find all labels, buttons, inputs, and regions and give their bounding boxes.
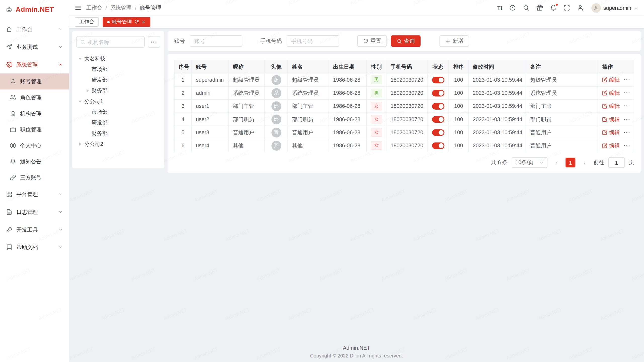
table-row: 2admin系统管理员系系统管理员1986-06-28男180200307201… xyxy=(174,86,634,100)
cell-status xyxy=(427,100,449,113)
edit-label: 编辑 xyxy=(609,116,620,123)
font-size-icon[interactable]: Tt xyxy=(497,5,502,11)
org-more-button[interactable]: ··· xyxy=(148,36,160,48)
caret-icon[interactable] xyxy=(78,99,82,103)
status-toggle[interactable] xyxy=(432,142,444,149)
more-actions-button[interactable]: ··· xyxy=(624,77,630,83)
cell-birthdate: 1986-06-28 xyxy=(329,126,367,139)
sidebar-item-business-test[interactable]: 业务测试 xyxy=(0,38,69,56)
col-phone: 手机号码 xyxy=(386,60,427,73)
sidebar-item-account-management[interactable]: 账号管理 xyxy=(0,73,69,89)
status-toggle[interactable] xyxy=(432,90,444,96)
more-actions-button[interactable]: ··· xyxy=(624,129,630,135)
edit-button[interactable]: 编辑 xyxy=(602,89,620,97)
gift-icon[interactable] xyxy=(536,5,543,11)
goto-label: 前往 xyxy=(593,159,604,166)
next-page-button[interactable] xyxy=(580,158,589,167)
cell-account: user4 xyxy=(192,139,229,152)
tree-node[interactable]: 财务部 xyxy=(76,85,160,96)
tree-node[interactable]: 研发部 xyxy=(76,117,160,128)
tab-label: 工作台 xyxy=(79,18,94,25)
tree-node[interactable]: 分公司1 xyxy=(76,96,160,107)
sidebar-item-help-docs[interactable]: 帮助文档 xyxy=(0,239,69,256)
edit-icon xyxy=(602,103,607,109)
close-icon[interactable] xyxy=(141,20,146,24)
tree-node[interactable]: 大名科技 xyxy=(76,53,160,64)
col-gender: 性别 xyxy=(367,60,386,73)
col-modified: 修改时间 xyxy=(468,60,526,73)
page-size-select[interactable]: 10条/页 xyxy=(512,157,547,168)
circle-dot-icon[interactable] xyxy=(509,5,516,11)
sidebar-item-system-management[interactable]: 系统管理 xyxy=(0,56,69,73)
cell-gender: 女 xyxy=(367,100,386,113)
sidebar-item-log-management[interactable]: 日志管理 xyxy=(0,203,69,221)
tree-node[interactable]: 研发部 xyxy=(76,75,160,85)
add-button[interactable]: 新增 xyxy=(439,35,469,47)
sidebar-item-workbench[interactable]: 工作台 xyxy=(0,21,69,38)
sidebar-item-dev-tools[interactable]: 开发工具 xyxy=(0,221,69,238)
sidebar-item-position-management[interactable]: 职位管理 xyxy=(0,121,69,138)
fullscreen-icon[interactable] xyxy=(564,5,570,11)
tab-active-dot xyxy=(107,21,110,23)
phone-input[interactable] xyxy=(287,35,339,47)
reset-button[interactable]: 重置 xyxy=(357,35,387,47)
edit-button[interactable]: 编辑 xyxy=(602,129,620,136)
link-icon xyxy=(10,174,16,180)
page-size-value: 10条/页 xyxy=(515,159,534,166)
tree-node-label: 研发部 xyxy=(92,119,108,126)
edit-icon xyxy=(602,117,607,122)
notification-bell-icon[interactable] xyxy=(550,5,556,11)
refresh-icon[interactable] xyxy=(134,20,139,24)
cell-phone: 18020030720 xyxy=(386,126,427,139)
sidebar-item-org-management[interactable]: 机构管理 xyxy=(0,106,69,122)
org-search-box xyxy=(76,36,145,48)
pagination: 共 6 条 10条/页 1 前往 xyxy=(174,157,634,168)
user-menu[interactable]: superadmin xyxy=(591,3,638,13)
right-column: 账号 手机号码 重置 查询 xyxy=(168,31,641,173)
tab-workbench[interactable]: 工作台 xyxy=(75,17,99,27)
pagination-total: 共 6 条 xyxy=(491,159,508,166)
cell-order: 100 xyxy=(449,113,468,126)
breadcrumb-system-management[interactable]: 系统管理 xyxy=(110,4,132,11)
tree-node[interactable]: 市场部 xyxy=(76,64,160,75)
tab-label: 账号管理 xyxy=(112,18,132,25)
search-icon xyxy=(397,38,402,44)
edit-button[interactable]: 编辑 xyxy=(602,102,620,110)
cell-order: 100 xyxy=(449,73,468,86)
status-toggle[interactable] xyxy=(432,103,444,109)
account-input[interactable] xyxy=(190,35,242,47)
sidebar-item-role-management[interactable]: 角色管理 xyxy=(0,89,69,106)
prev-page-button[interactable] xyxy=(552,158,561,167)
user-icon[interactable] xyxy=(577,5,584,11)
more-actions-button[interactable]: ··· xyxy=(624,116,630,122)
status-toggle[interactable] xyxy=(432,129,444,136)
sidebar-item-third-party-account[interactable]: 三方账号 xyxy=(0,169,69,186)
more-actions-button[interactable]: ··· xyxy=(624,90,630,96)
org-search-input[interactable] xyxy=(88,39,141,45)
page-number-button[interactable]: 1 xyxy=(566,158,575,167)
caret-icon[interactable] xyxy=(86,89,90,93)
status-toggle[interactable] xyxy=(432,77,444,83)
sidebar-item-personal-center[interactable]: 个人中心 xyxy=(0,138,69,154)
tab-account-management[interactable]: 账号管理 xyxy=(103,17,150,27)
edit-button[interactable]: 编辑 xyxy=(602,116,620,123)
edit-button[interactable]: 编辑 xyxy=(602,142,620,149)
more-actions-button[interactable]: ··· xyxy=(624,143,630,149)
tree-node[interactable]: 财务部 xyxy=(76,128,160,139)
search-icon xyxy=(80,39,85,44)
search-button[interactable]: 查询 xyxy=(391,35,421,47)
more-actions-button[interactable]: ··· xyxy=(624,103,630,109)
tree-node[interactable]: 市场部 xyxy=(76,107,160,117)
sidebar-item-platform-management[interactable]: 平台管理 xyxy=(0,186,69,203)
caret-icon[interactable] xyxy=(78,142,82,146)
breadcrumb-workbench[interactable]: 工作台 xyxy=(86,4,102,11)
caret-icon[interactable] xyxy=(78,57,82,61)
menu-collapse-button[interactable] xyxy=(75,5,81,11)
goto-page-input[interactable] xyxy=(608,157,625,168)
tree-node[interactable]: 分公司2 xyxy=(76,139,160,149)
cell-nickname: 超级管理员 xyxy=(229,73,265,86)
edit-button[interactable]: 编辑 xyxy=(602,76,620,83)
search-icon[interactable] xyxy=(523,5,529,11)
status-toggle[interactable] xyxy=(432,116,444,123)
sidebar-item-notice[interactable]: 通知公告 xyxy=(0,154,69,170)
